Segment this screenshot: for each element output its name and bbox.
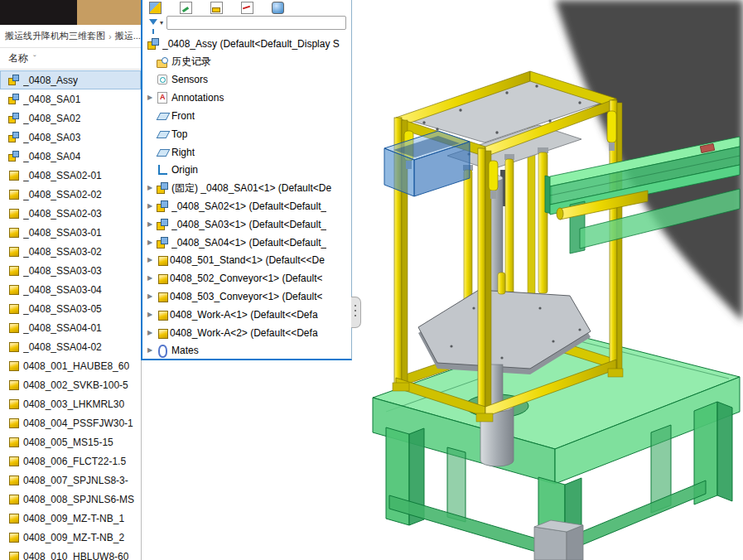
file-list-item[interactable]: 0408_010_HBLUW8-60 [0, 547, 141, 560]
file-icon [9, 437, 19, 447]
filter-icon[interactable] [149, 19, 157, 25]
tab-featuremanager-icon[interactable] [149, 2, 162, 14]
file-list-item[interactable]: 0408_004_PSSFJW30-1 [0, 413, 141, 432]
feature-label: (固定) _0408_SA01<1> (Default<De [171, 181, 331, 196]
file-icon [8, 151, 19, 162]
file-list-item[interactable]: 0408_009_MZ-T-NB_2 [0, 528, 141, 547]
file-list-item[interactable]: _0408_SSA02-03 [0, 204, 141, 223]
file-list-item[interactable]: 0408_009_MZ-T-NB_1 [0, 509, 141, 528]
file-icon [9, 399, 19, 409]
manager-tabs [142, 0, 351, 14]
expand-arrow-icon[interactable]: ▶ [147, 185, 157, 191]
file-list-item[interactable]: 0408_005_MS15-15 [0, 432, 141, 451]
file-list-item[interactable]: 0408_008_SPJNLS6-MS [0, 490, 141, 509]
expand-arrow-icon[interactable]: ▶ [147, 347, 157, 354]
file-list-item[interactable]: 0408_007_SPJNLS8-3- [0, 471, 141, 490]
feature-tree-item[interactable]: ▶ _0408_SA04<1> (Default<Default_ [142, 234, 351, 252]
expand-arrow-icon[interactable]: ▶ [147, 293, 157, 300]
file-name: 0408_009_MZ-T-NB_2 [23, 532, 124, 543]
breadcrumb-folder[interactable]: 搬运线升降机构三维套图 [5, 30, 105, 42]
feature-tree-item[interactable]: Front [142, 107, 351, 125]
feature-tree-item[interactable]: ▶ 0408_503_Conveyor<1> (Default< [142, 287, 351, 306]
file-list-item[interactable]: _0408_SSA04-01 [0, 318, 141, 337]
filter-input[interactable] [166, 16, 346, 30]
file-icon [9, 266, 19, 276]
file-list-item[interactable]: 0408_003_LHKMRL30 [0, 394, 141, 413]
file-icon [9, 342, 19, 352]
feature-label: _0408_Assy (Default<Default_Display S [162, 38, 340, 50]
feature-icon [157, 309, 169, 321]
expand-arrow-icon[interactable]: ▶ [147, 257, 157, 263]
file-list-item[interactable]: _0408_SA03 [0, 128, 141, 147]
expand-arrow-icon[interactable]: ▶ [147, 330, 157, 336]
machine-base-cube [534, 520, 583, 560]
file-list-item[interactable]: _0408_SSA03-03 [0, 261, 141, 280]
file-icon [9, 361, 19, 371]
file-icon [8, 94, 19, 104]
feature-tree-item[interactable]: ▶ 0408_502_Conveyor<1> (Default< [142, 269, 351, 287]
sort-caret-icon: ˇ [33, 54, 36, 64]
file-list-item[interactable]: _0408_SSA04-02 [0, 337, 141, 356]
file-list-item[interactable]: 0408_006_FLCT22-1.5 [0, 451, 141, 471]
feature-label: Front [171, 110, 195, 122]
file-name: _0408_SSA03-05 [23, 303, 102, 315]
feature-icon [157, 92, 168, 104]
file-list-item[interactable]: _0408_SSA03-01 [0, 223, 141, 242]
feature-tree-item[interactable]: ▶ 0408_Work-A<1> (Default<<Defa [142, 306, 351, 324]
file-list-item[interactable]: _0408_SSA03-04 [0, 280, 141, 299]
file-icon [9, 247, 19, 257]
feature-tree-item[interactable]: ▶ _0408_SA02<1> (Default<Default_ [142, 197, 351, 215]
tab-propertymanager-icon[interactable] [180, 2, 192, 14]
column-header-name[interactable]: 名称 ˇ [0, 48, 141, 70]
feature-label: _0408_SA02<1> (Default<Default_ [171, 200, 326, 212]
file-name: _0408_SA04 [23, 151, 80, 162]
feature-tree-item[interactable]: Right [142, 143, 351, 162]
expand-arrow-icon[interactable]: ▶ [147, 203, 157, 210]
expand-arrow-icon[interactable]: ▶ [147, 221, 157, 228]
expand-arrow-icon[interactable]: ▶ [147, 275, 157, 282]
feature-label: 0408_501_Stand<1> (Default<<De [170, 254, 325, 266]
file-icon [9, 380, 19, 390]
file-name: 0408_003_LHKMRL30 [23, 398, 124, 410]
feature-tree-item[interactable]: ▶ Mates [142, 342, 351, 360]
breadcrumb: 搬运线升降机构三维套图 › 搬运... [0, 25, 141, 48]
file-icon [9, 171, 19, 181]
file-list-item[interactable]: _0408_SA02 [0, 109, 141, 128]
feature-tree-item[interactable]: Sensors [142, 71, 351, 89]
feature-tree-item[interactable]: ▶ 0408_Work-A<2> (Default<<Defa [142, 324, 351, 342]
file-list-item[interactable]: _0408_SSA02-01 [0, 166, 141, 185]
feature-tree-item[interactable]: Origin [142, 162, 351, 180]
file-list-item[interactable]: _0408_SSA02-02 [0, 185, 141, 204]
file-name: _0408_SSA03-03 [23, 265, 102, 277]
feature-label: 0408_502_Conveyor<1> (Default< [170, 273, 322, 284]
breadcrumb-separator: › [109, 31, 112, 41]
panel-collapse-handle[interactable] [351, 297, 361, 328]
tab-configurationmanager-icon[interactable] [210, 2, 223, 14]
feature-label: Sensors [171, 74, 208, 85]
breadcrumb-current[interactable]: 搬运... [115, 30, 141, 42]
file-list-item[interactable]: _0408_SA04 [0, 147, 141, 166]
expand-arrow-icon[interactable]: ▶ [147, 94, 157, 101]
file-list-item[interactable]: _0408_SSA03-02 [0, 242, 141, 261]
feature-tree-item[interactable]: 历史记录 [142, 53, 351, 71]
feature-tree-item[interactable]: _0408_Assy (Default<Default_Display S [142, 35, 351, 53]
expand-arrow-icon[interactable]: ▶ [147, 311, 157, 318]
feature-label: 历史记录 [171, 55, 211, 69]
feature-tree-item[interactable]: ▶ _0408_SA03<1> (Default<Default_ [142, 215, 351, 234]
file-list-item[interactable]: 0408_001_HAUBE8_60 [0, 356, 141, 375]
file-list-item[interactable]: _0408_SSA03-05 [0, 299, 141, 318]
expand-arrow-icon[interactable]: ▶ [147, 239, 157, 246]
solidworks-window: 搬运线升降机构三维套图 › 搬运... 名称 ˇ _0408_Assy _040… [0, 0, 743, 560]
file-list-item[interactable]: _0408_SA01 [0, 89, 141, 109]
file-name: 0408_004_PSSFJW30-1 [23, 418, 133, 429]
feature-tree-item[interactable]: ▶ Annotations [142, 89, 351, 107]
feature-tree-item[interactable]: Top [142, 125, 351, 143]
feature-icon [157, 254, 169, 266]
filter-dropdown-icon[interactable]: ▾ [160, 19, 163, 27]
tab-displaymanager-icon[interactable] [272, 2, 284, 14]
feature-tree-item[interactable]: ▶ (固定) _0408_SA01<1> (Default<De [142, 179, 351, 197]
feature-tree-item[interactable]: ▶ 0408_501_Stand<1> (Default<<De [142, 252, 351, 270]
tab-dimxpertmanager-icon[interactable] [241, 2, 253, 14]
file-list-item[interactable]: 0408_002_SVKB-100-5 [0, 375, 141, 394]
file-list-item[interactable]: _0408_Assy [0, 70, 141, 89]
